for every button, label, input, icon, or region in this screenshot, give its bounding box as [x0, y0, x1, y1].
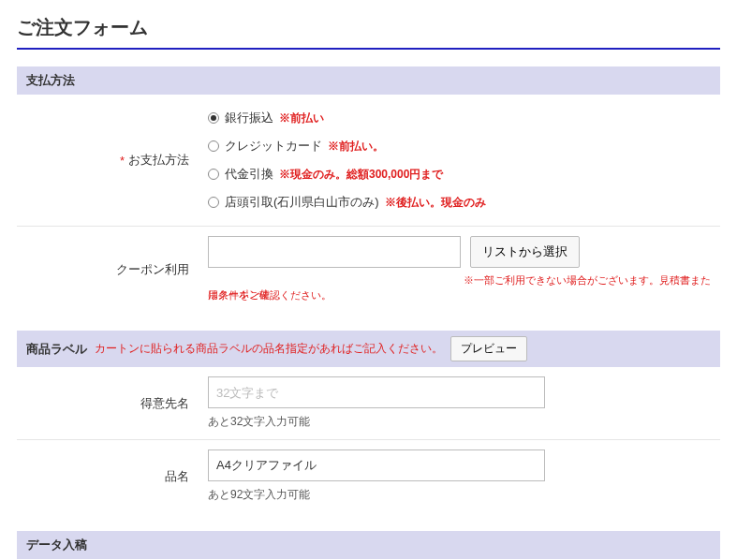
payment-header: 支払方法 — [17, 66, 720, 95]
coupon-input[interactable] — [208, 236, 461, 268]
coupon-label: クーポン利用 — [17, 227, 202, 312]
label-section: 商品ラベル カートンに貼られる商品ラベルの品名指定があればご記入ください。 プレ… — [17, 331, 720, 512]
customer-name-label: 得意先名 — [17, 367, 202, 439]
product-name-row: 品名 あと92文字入力可能 — [17, 440, 720, 512]
coupon-select-button[interactable]: リストから選択 — [470, 236, 580, 268]
customer-name-value: あと32文字入力可能 — [202, 367, 720, 439]
payment-method-options: 銀行振込 ※前払い クレジットカード ※前払い。 代金引換 ※現金のみ。総額30… — [202, 95, 720, 226]
customer-name-label-text: 得意先名 — [140, 395, 189, 412]
preview-button[interactable]: プレビュー — [450, 336, 527, 361]
coupon-value: リストから選択 ※一部ご利用できない場合がございます。見積書またはクーポン使 用… — [202, 227, 720, 312]
label-header-text: 商品ラベル — [26, 341, 87, 358]
payment-option-pickup-note: ※後払い。現金のみ — [385, 195, 486, 211]
radio-icon — [208, 197, 219, 208]
label-header: 商品ラベル カートンに貼られる商品ラベルの品名指定があればご記入ください。 プレ… — [17, 331, 720, 367]
label-header-sub: カートンに貼られる商品ラベルの品名指定があればご記入ください。 — [95, 341, 443, 357]
payment-option-cod-label: 代金引換 — [225, 166, 273, 183]
coupon-row: クーポン利用 リストから選択 ※一部ご利用できない場合がございます。見積書または… — [17, 227, 720, 312]
customer-name-row: 得意先名 あと32文字入力可能 — [17, 367, 720, 440]
radio-icon — [208, 112, 219, 124]
radio-icon — [208, 169, 219, 180]
payment-option-pickup[interactable]: 店頭引取(石川県白山市のみ) ※後払い。現金のみ — [208, 188, 713, 216]
payment-option-cod[interactable]: 代金引換 ※現金のみ。総額300,000円まで — [208, 160, 713, 188]
customer-name-hint: あと32文字入力可能 — [208, 414, 713, 430]
product-name-label-text: 品名 — [165, 468, 189, 485]
product-name-hint: あと92文字入力可能 — [208, 487, 713, 503]
payment-section: 支払方法 * お支払方法 銀行振込 ※前払い クレジットカード ※前払い。 代金… — [17, 66, 720, 312]
payment-option-cod-note: ※現金のみ。総額300,000円まで — [279, 167, 443, 183]
payment-option-pickup-label: 店頭引取(石川県白山市のみ) — [225, 194, 379, 211]
required-mark: * — [120, 154, 125, 168]
payment-method-label-text: お支払方法 — [128, 152, 189, 169]
payment-header-text: 支払方法 — [26, 72, 75, 89]
payment-option-bank-note: ※前払い — [279, 111, 324, 126]
payment-option-card-label: クレジットカード — [225, 138, 322, 155]
product-name-value: あと92文字入力可能 — [202, 440, 720, 512]
data-submit-header: データ入稿 — [17, 531, 720, 559]
data-submit-header-text: データ入稿 — [26, 537, 87, 553]
coupon-note-prefix: 用条件をご確認ください。 — [208, 288, 713, 302]
payment-method-label: * お支払方法 — [17, 95, 202, 226]
data-submit-section: データ入稿 * デザイン内容 完全データご支給 前回リピート ※3年以内のリピー… — [17, 531, 720, 560]
product-name-label: 品名 — [17, 440, 202, 512]
customer-name-input[interactable] — [208, 376, 545, 408]
payment-option-bank[interactable]: 銀行振込 ※前払い — [208, 104, 713, 132]
coupon-label-text: クーポン利用 — [116, 261, 189, 278]
radio-icon — [208, 140, 219, 152]
payment-option-bank-label: 銀行振込 — [225, 110, 273, 126]
page-title: ご注文フォーム — [17, 9, 720, 50]
product-name-input[interactable] — [208, 449, 545, 481]
payment-method-row: * お支払方法 銀行振込 ※前払い クレジットカード ※前払い。 代金引換 ※現… — [17, 95, 720, 227]
payment-option-card-note: ※前払い。 — [328, 139, 384, 155]
payment-option-card[interactable]: クレジットカード ※前払い。 — [208, 132, 713, 160]
